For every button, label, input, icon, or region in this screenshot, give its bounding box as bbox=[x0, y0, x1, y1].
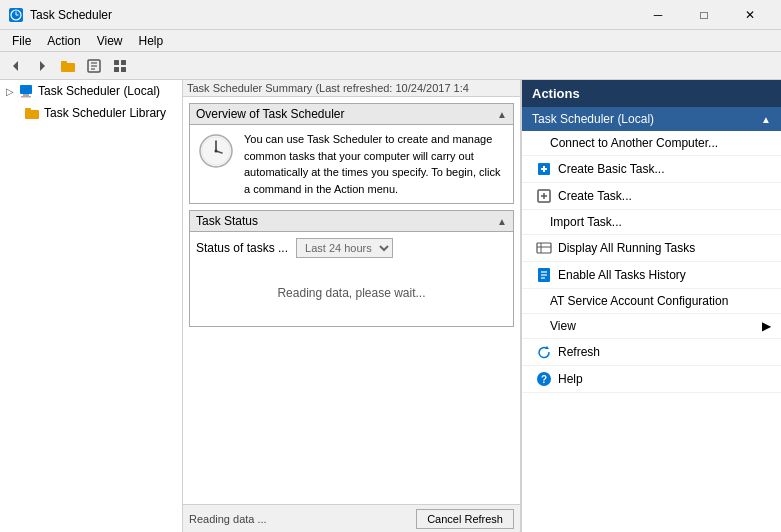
toolbar bbox=[0, 52, 781, 80]
svg-text:?: ? bbox=[541, 374, 547, 385]
action-display-running-label: Display All Running Tasks bbox=[558, 241, 695, 255]
app-icon bbox=[8, 7, 24, 23]
svg-rect-32 bbox=[537, 243, 551, 253]
content-header: Task Scheduler Summary (Last refreshed: … bbox=[183, 80, 520, 97]
svg-rect-19 bbox=[25, 110, 39, 119]
action-create-task[interactable]: Create Task... bbox=[522, 183, 781, 210]
clock-svg bbox=[198, 133, 234, 169]
tree-item-local[interactable]: ▷ Task Scheduler (Local) bbox=[0, 80, 182, 102]
svg-rect-17 bbox=[23, 94, 29, 96]
content-scroll-area[interactable]: Overview of Task Scheduler ▲ bbox=[183, 97, 520, 504]
minimize-button[interactable]: ─ bbox=[635, 0, 681, 30]
main-container: ▷ Task Scheduler (Local) Task Scheduler … bbox=[0, 80, 781, 532]
forward-icon bbox=[34, 58, 50, 74]
action-connect-label: Connect to Another Computer... bbox=[550, 136, 718, 150]
action-connect[interactable]: Connect to Another Computer... bbox=[522, 131, 781, 156]
action-refresh[interactable]: Refresh bbox=[522, 339, 781, 366]
titlebar-left: Task Scheduler bbox=[8, 7, 112, 23]
menubar: File Action View Help bbox=[0, 30, 781, 52]
running-tasks-icon bbox=[536, 240, 552, 256]
action-help[interactable]: ? Help bbox=[522, 366, 781, 393]
basic-task-icon bbox=[536, 161, 552, 177]
svg-point-25 bbox=[215, 150, 218, 153]
action-refresh-label: Refresh bbox=[558, 345, 600, 359]
actions-group-header[interactable]: Task Scheduler (Local) ▲ bbox=[522, 107, 781, 131]
overview-clock-icon bbox=[196, 131, 236, 171]
tree-local-label: Task Scheduler (Local) bbox=[38, 84, 160, 98]
grid-icon bbox=[112, 58, 128, 74]
status-dropdown[interactable]: Last 24 hours bbox=[296, 238, 393, 258]
svg-rect-20 bbox=[25, 108, 31, 111]
svg-rect-7 bbox=[61, 61, 67, 64]
action-enable-history-label: Enable All Tasks History bbox=[558, 268, 686, 282]
overview-content-row: You can use Task Scheduler to create and… bbox=[196, 131, 507, 197]
back-button[interactable] bbox=[4, 55, 28, 77]
svg-rect-18 bbox=[21, 96, 31, 98]
svg-marker-4 bbox=[13, 61, 18, 71]
action-import-label: Import Task... bbox=[550, 215, 622, 229]
overview-section: Overview of Task Scheduler ▲ bbox=[189, 103, 514, 204]
status-label: Status of tasks ... bbox=[196, 241, 288, 255]
actions-group-label: Task Scheduler (Local) bbox=[532, 112, 654, 126]
task-status-section: Task Status ▲ Status of tasks ... Last 2… bbox=[189, 210, 514, 327]
action-at-service-label: AT Service Account Configuration bbox=[550, 294, 728, 308]
overview-section-header: Overview of Task Scheduler ▲ bbox=[190, 104, 513, 125]
actions-header: Actions bbox=[522, 80, 781, 107]
menu-action[interactable]: Action bbox=[39, 32, 88, 50]
actions-group-arrow: ▲ bbox=[761, 114, 771, 125]
menu-view[interactable]: View bbox=[89, 32, 131, 50]
app-title: Task Scheduler bbox=[30, 8, 112, 22]
status-section-content: Status of tasks ... Last 24 hours Readin… bbox=[190, 232, 513, 326]
tree-panel: ▷ Task Scheduler (Local) Task Scheduler … bbox=[0, 80, 183, 532]
submenu-arrow-icon: ▶ bbox=[762, 319, 771, 333]
svg-rect-12 bbox=[114, 60, 119, 65]
folder-button[interactable] bbox=[56, 55, 80, 77]
titlebar-controls: ─ □ ✕ bbox=[635, 0, 773, 30]
action-help-label: Help bbox=[558, 372, 583, 386]
tree-expand-icon: ▷ bbox=[6, 86, 14, 97]
bottom-bar: Reading data ... Cancel Refresh bbox=[183, 504, 520, 532]
action-view-left: View bbox=[550, 319, 576, 333]
action-at-service[interactable]: AT Service Account Configuration bbox=[522, 289, 781, 314]
menu-file[interactable]: File bbox=[4, 32, 39, 50]
close-button[interactable]: ✕ bbox=[727, 0, 773, 30]
svg-marker-5 bbox=[40, 61, 45, 71]
status-collapse-btn[interactable]: ▲ bbox=[497, 216, 507, 227]
action-display-running[interactable]: Display All Running Tasks bbox=[522, 235, 781, 262]
folder-tree-icon bbox=[24, 105, 40, 121]
refresh-icon bbox=[536, 344, 552, 360]
help-icon: ? bbox=[536, 371, 552, 387]
content-panel: Task Scheduler Summary (Last refreshed: … bbox=[183, 80, 521, 532]
create-task-icon bbox=[536, 188, 552, 204]
cancel-refresh-button[interactable]: Cancel Refresh bbox=[416, 509, 514, 529]
folder-icon bbox=[60, 58, 76, 74]
menu-help[interactable]: Help bbox=[131, 32, 172, 50]
action-enable-history[interactable]: Enable All Tasks History bbox=[522, 262, 781, 289]
status-section-header: Task Status ▲ bbox=[190, 211, 513, 232]
overview-description: You can use Task Scheduler to create and… bbox=[244, 131, 507, 197]
overview-collapse-btn[interactable]: ▲ bbox=[497, 109, 507, 120]
reading-data-status: Reading data, please wait... bbox=[196, 266, 507, 320]
overview-title: Overview of Task Scheduler bbox=[196, 107, 345, 121]
actions-panel: Actions Task Scheduler (Local) ▲ Connect… bbox=[521, 80, 781, 532]
action-create-basic[interactable]: Create Basic Task... bbox=[522, 156, 781, 183]
action-create-basic-label: Create Basic Task... bbox=[558, 162, 665, 176]
reading-data-label: Reading data ... bbox=[189, 513, 267, 525]
history-icon bbox=[536, 267, 552, 283]
svg-rect-6 bbox=[61, 63, 75, 72]
computer-icon bbox=[18, 83, 34, 99]
action-view[interactable]: View ▶ bbox=[522, 314, 781, 339]
maximize-button[interactable]: □ bbox=[681, 0, 727, 30]
overview-scroll[interactable]: You can use Task Scheduler to create and… bbox=[196, 131, 507, 197]
forward-button[interactable] bbox=[30, 55, 54, 77]
overview-section-content: You can use Task Scheduler to create and… bbox=[190, 125, 513, 203]
tree-item-library[interactable]: Task Scheduler Library bbox=[0, 102, 182, 124]
back-icon bbox=[8, 58, 24, 74]
properties-button[interactable] bbox=[82, 55, 106, 77]
action-create-task-label: Create Task... bbox=[558, 189, 632, 203]
grid-button[interactable] bbox=[108, 55, 132, 77]
action-import[interactable]: Import Task... bbox=[522, 210, 781, 235]
svg-rect-13 bbox=[121, 60, 126, 65]
svg-rect-16 bbox=[20, 85, 32, 94]
status-row: Status of tasks ... Last 24 hours bbox=[196, 238, 507, 258]
